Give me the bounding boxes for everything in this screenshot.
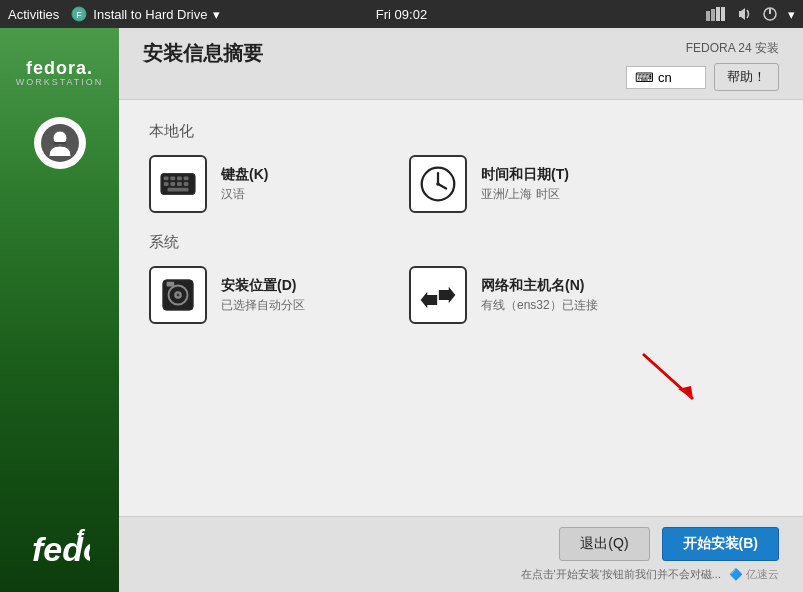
main-container: fedora. WORKSTATION fedora f xyxy=(0,28,803,592)
localization-items: 键盘(K) 汉语 时间和日期(T) xyxy=(149,155,773,213)
fedora-install-label: FEDORA 24 安装 xyxy=(686,40,779,57)
activities-button[interactable]: Activities xyxy=(8,7,59,22)
install-dest-text: 安装位置(D) 已选择自动分区 xyxy=(221,277,305,314)
network-item[interactable]: 网络和主机名(N) 有线（ens32）已连接 xyxy=(409,266,649,324)
system-section-title: 系统 xyxy=(149,233,773,252)
svg-rect-21 xyxy=(168,188,189,192)
bottom-note: 在点击'开始安装'按钮前我们并不会对磁... xyxy=(521,567,721,582)
avatar-icon xyxy=(41,124,79,162)
system-items: 安装位置(D) 已选择自动分区 xyxy=(149,266,773,324)
power-icon[interactable] xyxy=(762,6,778,22)
lang-value: cn xyxy=(658,70,672,85)
svg-rect-4 xyxy=(716,7,720,21)
topbar-app-title[interactable]: F Install to Hard Drive ▾ xyxy=(71,6,220,22)
sidebar-logo: fedora. WORKSTATION xyxy=(16,58,104,87)
svg-rect-15 xyxy=(177,176,182,180)
keyboard-icon xyxy=(149,155,207,213)
app-title-text: Install to Hard Drive xyxy=(93,7,207,22)
keyboard-sub: 汉语 xyxy=(221,186,268,203)
arrow-area xyxy=(149,344,773,404)
content-header: 安装信息摘要 FEDORA 24 安装 ⌨ cn 帮助！ xyxy=(119,28,803,100)
bottom-bar: 退出(Q) 开始安装(B) 在点击'开始安装'按钮前我们并不会对磁... 🔷 亿… xyxy=(119,516,803,592)
localization-section-title: 本地化 xyxy=(149,122,773,141)
install-dest-sub: 已选择自动分区 xyxy=(221,297,305,314)
sidebar-bottom: fedora f xyxy=(30,525,90,572)
keyboard-small-icon: ⌨ xyxy=(635,70,654,85)
page-title: 安装信息摘要 xyxy=(143,40,263,67)
svg-rect-20 xyxy=(184,182,189,186)
datetime-text: 时间和日期(T) 亚洲/上海 时区 xyxy=(481,166,569,203)
svg-rect-18 xyxy=(170,182,175,186)
disk-icon xyxy=(149,266,207,324)
network-text: 网络和主机名(N) 有线（ens32）已连接 xyxy=(481,277,598,314)
language-input[interactable]: ⌨ cn xyxy=(626,66,706,89)
top-bar: Activities F Install to Hard Drive ▾ Fri… xyxy=(0,0,803,28)
app-dropdown-icon[interactable]: ▾ xyxy=(213,7,220,22)
user-avatar xyxy=(34,117,86,169)
svg-rect-14 xyxy=(170,176,175,180)
sections: 本地化 xyxy=(119,100,803,516)
svg-rect-17 xyxy=(164,182,169,186)
fedora-logo-text: fedora. xyxy=(26,58,93,79)
app-icon: F xyxy=(71,6,87,22)
datetime-sub: 亚洲/上海 时区 xyxy=(481,186,569,203)
network-status-icon xyxy=(706,7,726,21)
keyboard-label: 键盘(K) xyxy=(221,166,268,184)
svg-rect-2 xyxy=(706,11,710,21)
logo-watermark: 🔷 亿速云 xyxy=(729,567,779,582)
datetime-item[interactable]: 时间和日期(T) 亚洲/上海 时区 xyxy=(409,155,649,213)
fedora-logo-sub: WORKSTATION xyxy=(16,77,104,87)
svg-rect-16 xyxy=(184,176,189,180)
svg-rect-13 xyxy=(164,176,169,180)
keyboard-text: 键盘(K) 汉语 xyxy=(221,166,268,203)
clock-icon xyxy=(409,155,467,213)
svg-rect-30 xyxy=(167,282,175,287)
svg-text:F: F xyxy=(77,10,83,20)
install-dest-label: 安装位置(D) xyxy=(221,277,305,295)
keyboard-item[interactable]: 键盘(K) 汉语 xyxy=(149,155,389,213)
exit-button[interactable]: 退出(Q) xyxy=(559,527,649,561)
svg-point-25 xyxy=(436,182,440,186)
topbar-clock: Fri 09:02 xyxy=(376,7,427,22)
topbar-right: ▾ xyxy=(706,6,795,22)
volume-icon xyxy=(736,6,752,22)
topbar-left: Activities F Install to Hard Drive ▾ xyxy=(8,6,220,22)
fedora-bottom-logo: fedora f xyxy=(30,525,90,572)
svg-rect-9 xyxy=(54,142,66,145)
svg-point-29 xyxy=(177,294,180,297)
power-dropdown[interactable]: ▾ xyxy=(788,7,795,22)
lang-row: ⌨ cn 帮助！ xyxy=(626,63,779,91)
svg-rect-3 xyxy=(711,9,715,21)
svg-rect-19 xyxy=(177,182,182,186)
content-area: 安装信息摘要 FEDORA 24 安装 ⌨ cn 帮助！ 本地化 xyxy=(119,28,803,592)
header-right: FEDORA 24 安装 ⌨ cn 帮助！ xyxy=(626,40,779,91)
install-dest-item[interactable]: 安装位置(D) 已选择自动分区 xyxy=(149,266,389,324)
network-sub: 有线（ens32）已连接 xyxy=(481,297,598,314)
sidebar: fedora. WORKSTATION fedora f xyxy=(0,28,119,592)
network-label: 网络和主机名(N) xyxy=(481,277,598,295)
svg-rect-5 xyxy=(721,7,725,21)
datetime-label: 时间和日期(T) xyxy=(481,166,569,184)
bottom-buttons: 退出(Q) 开始安装(B) xyxy=(559,527,779,561)
begin-install-button[interactable]: 开始安装(B) xyxy=(662,527,779,561)
network-icon xyxy=(409,266,467,324)
help-button[interactable]: 帮助！ xyxy=(714,63,779,91)
red-arrow xyxy=(623,344,713,414)
